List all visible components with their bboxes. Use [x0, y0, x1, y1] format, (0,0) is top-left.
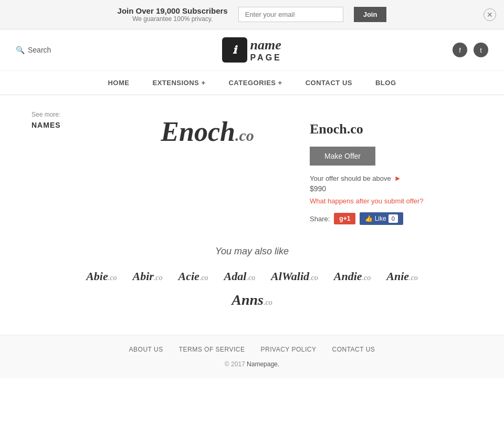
banner-title: Join Over 19,000 Subscribers — [118, 6, 228, 15]
domain-showcase: Enoch.co — [126, 111, 289, 225]
offer-faq-link[interactable]: What happens after you submit offer? — [310, 197, 472, 205]
domain-details: Enoch.co Make Offer Your offer should be… — [310, 111, 472, 225]
google-plus-button[interactable]: g+1 — [334, 213, 355, 224]
fb-like-label: 👍 Like — [365, 215, 386, 222]
domain-name-large: Enoch — [161, 117, 235, 147]
list-item[interactable]: Andie.co — [334, 270, 371, 283]
banner-subtitle: We guarantee 100% privacy. — [118, 15, 228, 23]
sidebar: See more: NAMES — [32, 111, 105, 225]
logo-name: name — [250, 38, 282, 53]
list-item[interactable]: Adal.co — [224, 270, 256, 283]
search-trigger[interactable]: 🔍 Search — [16, 46, 51, 54]
also-like-section: You may also like Abie.co Abir.co Acie.c… — [0, 241, 504, 324]
nav-extensions[interactable]: EXTENSIONS + — [141, 71, 217, 95]
footer-about[interactable]: ABOUT US — [129, 346, 163, 353]
names-link[interactable]: NAMES — [32, 121, 61, 129]
top-banner: Join Over 19,000 Subscribers We guarante… — [0, 0, 504, 29]
nav-contact[interactable]: CONTACT US — [294, 71, 364, 95]
list-item[interactable]: Acie.co — [178, 270, 208, 283]
fb-count: 0 — [388, 214, 398, 223]
footer-contact[interactable]: CONTACT US — [332, 346, 375, 353]
make-offer-button[interactable]: Make Offer — [310, 147, 375, 166]
share-label: Share: — [310, 215, 330, 223]
logo[interactable]: ℹ name PAGE — [222, 37, 282, 63]
logo-page: PAGE — [250, 53, 282, 63]
footer: ABOUT US TERMS OF SERVICE PRIVACY POLICY… — [0, 335, 504, 378]
search-label: Search — [28, 46, 51, 54]
main-content: See more: NAMES Enoch.co Enoch.co Make O… — [0, 95, 504, 241]
banner-text: Join Over 19,000 Subscribers We guarante… — [118, 6, 228, 23]
close-banner-button[interactable]: ✕ — [484, 8, 496, 21]
footer-privacy[interactable]: PRIVACY POLICY — [261, 346, 317, 353]
also-like-center-row: Anns.co — [32, 292, 472, 308]
twitter-icon[interactable]: t — [474, 43, 488, 57]
list-item[interactable]: Anie.co — [386, 270, 418, 283]
footer-terms[interactable]: TERMS OF SERVICE — [179, 346, 245, 353]
footer-links: ABOUT US TERMS OF SERVICE PRIVACY POLICY… — [16, 346, 488, 353]
main-nav: HOME EXTENSIONS + CATEGORIES + CONTACT U… — [0, 71, 504, 95]
footer-namepage-link[interactable]: Namepage. — [247, 360, 279, 368]
also-like-grid: Abie.co Abir.co Acie.co Adal.co AlWalid.… — [32, 270, 472, 283]
share-row: Share: g+1 👍 Like 0 — [310, 212, 472, 225]
domain-logo-large: Enoch.co — [161, 116, 254, 147]
search-icon: 🔍 — [16, 46, 25, 54]
offer-price: $990 — [310, 184, 472, 193]
see-more-label: See more: — [32, 111, 105, 118]
footer-copyright: © 2017 Namepage. — [16, 360, 488, 368]
social-icons: f t — [453, 43, 488, 57]
logo-icon: ℹ — [222, 37, 247, 63]
nav-categories[interactable]: CATEGORIES + — [217, 71, 293, 95]
domain-tld-large: .co — [235, 127, 254, 144]
list-item[interactable]: Anns.co — [232, 292, 272, 308]
offer-arrow-icon: ► — [394, 174, 402, 182]
nav-blog[interactable]: BLOG — [364, 71, 408, 95]
list-item[interactable]: Abir.co — [132, 270, 162, 283]
nav-home[interactable]: HOME — [96, 71, 141, 95]
join-button[interactable]: Join — [354, 7, 387, 22]
list-item[interactable]: AlWalid.co — [271, 270, 318, 283]
also-like-title: You may also like — [32, 246, 472, 257]
email-input[interactable] — [238, 7, 343, 22]
facebook-icon[interactable]: f — [453, 43, 467, 57]
offer-hint: Your offer should be above ► — [310, 174, 472, 182]
list-item[interactable]: Abie.co — [86, 270, 117, 283]
facebook-like-button[interactable]: 👍 Like 0 — [360, 212, 403, 225]
domain-title: Enoch.co — [310, 121, 472, 137]
header: 🔍 Search ℹ name PAGE f t — [0, 29, 504, 71]
